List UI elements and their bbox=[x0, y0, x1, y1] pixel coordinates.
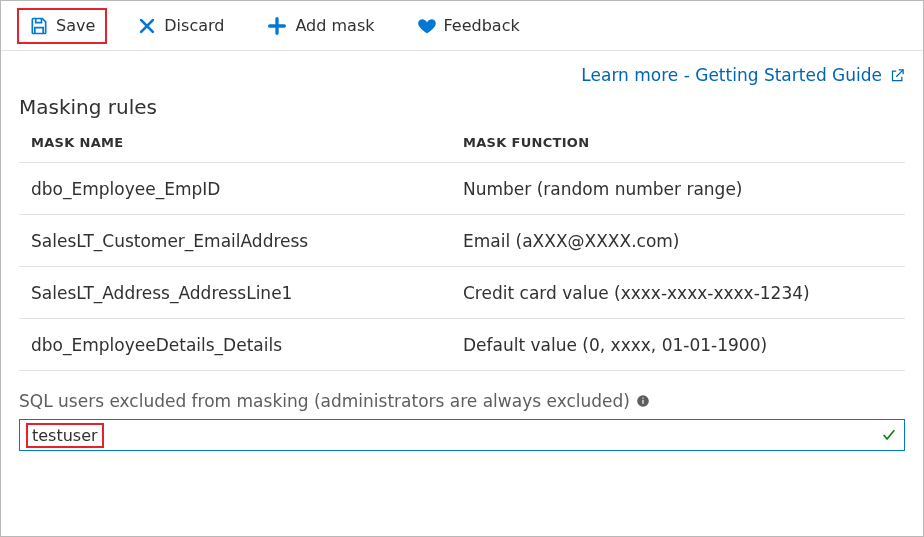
table-row[interactable]: dbo_EmployeeDetails_Details Default valu… bbox=[19, 319, 905, 371]
mask-function: Default value (0, xxxx, 01-01-1900) bbox=[463, 335, 905, 355]
col-mask-name: MASK NAME bbox=[31, 135, 463, 150]
rules-list: dbo_Employee_EmpID Number (random number… bbox=[19, 162, 905, 371]
toolbar: Save Discard Add mask Feedback bbox=[1, 1, 923, 51]
discard-button[interactable]: Discard bbox=[125, 8, 236, 44]
external-link-icon bbox=[890, 68, 905, 83]
table-header: MASK NAME MASK FUNCTION bbox=[19, 125, 905, 162]
mask-function: Credit card value (xxxx-xxxx-xxxx-1234) bbox=[463, 283, 905, 303]
mask-function: Number (random number range) bbox=[463, 179, 905, 199]
feedback-label: Feedback bbox=[444, 16, 520, 35]
learn-more-text: Learn more - Getting Started Guide bbox=[581, 65, 882, 85]
save-label: Save bbox=[56, 16, 95, 35]
add-mask-label: Add mask bbox=[295, 16, 374, 35]
close-icon bbox=[137, 16, 157, 36]
mask-function: Email (aXXX@XXXX.com) bbox=[463, 231, 905, 251]
plus-icon bbox=[266, 15, 288, 37]
discard-label: Discard bbox=[164, 16, 224, 35]
content: Learn more - Getting Started Guide Maski… bbox=[1, 51, 923, 463]
section-title: Masking rules bbox=[19, 95, 905, 119]
svg-rect-2 bbox=[642, 398, 643, 399]
checkmark-icon bbox=[881, 427, 897, 443]
heart-icon bbox=[417, 16, 437, 36]
mask-name: dbo_EmployeeDetails_Details bbox=[31, 335, 463, 355]
info-icon[interactable] bbox=[636, 394, 650, 408]
excluded-input-wrap: testuser bbox=[19, 419, 905, 451]
mask-name: SalesLT_Address_AddressLine1 bbox=[31, 283, 463, 303]
excluded-input[interactable]: testuser bbox=[19, 419, 905, 451]
save-icon bbox=[29, 16, 49, 36]
excluded-value: testuser bbox=[26, 423, 104, 448]
col-mask-function: MASK FUNCTION bbox=[463, 135, 905, 150]
add-mask-button[interactable]: Add mask bbox=[254, 8, 386, 44]
table-row[interactable]: dbo_Employee_EmpID Number (random number… bbox=[19, 163, 905, 215]
excluded-label: SQL users excluded from masking (adminis… bbox=[19, 391, 905, 411]
excluded-text: SQL users excluded from masking (adminis… bbox=[19, 391, 630, 411]
learn-more-link[interactable]: Learn more - Getting Started Guide bbox=[581, 65, 905, 85]
mask-name: SalesLT_Customer_EmailAddress bbox=[31, 231, 463, 251]
mask-name: dbo_Employee_EmpID bbox=[31, 179, 463, 199]
svg-rect-1 bbox=[642, 400, 643, 404]
table-row[interactable]: SalesLT_Customer_EmailAddress Email (aXX… bbox=[19, 215, 905, 267]
table-row[interactable]: SalesLT_Address_AddressLine1 Credit card… bbox=[19, 267, 905, 319]
feedback-button[interactable]: Feedback bbox=[405, 8, 532, 44]
save-button[interactable]: Save bbox=[17, 8, 107, 44]
